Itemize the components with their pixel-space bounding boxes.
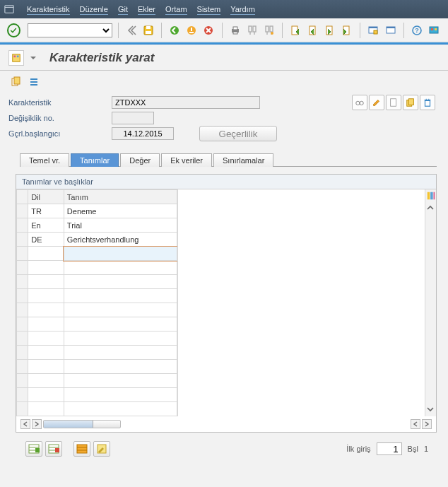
tab-deger[interactable]: Değer [120,153,160,167]
next-page-icon[interactable] [323,23,337,38]
col-desc[interactable]: Tanım [64,190,177,204]
hscroll-left2-icon[interactable] [411,419,420,429]
valid-input[interactable] [112,127,174,140]
table-row[interactable] [17,360,177,374]
cell-lang[interactable]: DE [28,233,64,247]
cell-desc[interactable]: Deneme [64,204,177,218]
table-row[interactable]: TRDeneme [17,204,177,218]
cell-desc[interactable] [64,303,177,317]
back-icon[interactable] [167,23,182,38]
row-selector[interactable] [17,218,28,233]
row-selector-header[interactable] [17,190,28,204]
layout-icon[interactable] [383,23,397,38]
hscroll-thumb[interactable] [44,421,93,428]
hscroll-right2-icon[interactable] [422,419,432,429]
row-selector[interactable] [17,331,28,346]
menu-yardim[interactable]: Yardım [230,5,255,13]
table-row[interactable] [17,402,177,416]
table-row[interactable] [17,275,177,289]
validity-button[interactable]: Geçerlilik [199,126,277,141]
row-selector[interactable] [17,247,28,261]
row-selector[interactable] [17,388,28,402]
cell-desc[interactable] [64,317,177,331]
row-selector[interactable] [17,374,28,388]
menu-ortam[interactable]: Ortam [165,5,187,13]
configure-columns-icon[interactable] [426,191,436,201]
cell-desc[interactable] [64,275,177,289]
cell-lang[interactable] [28,275,64,289]
find-next-icon[interactable] [262,23,276,38]
table-row[interactable]: DEGerichtsverhandlung [17,233,177,247]
cell-desc[interactable] [64,261,177,275]
row-selector[interactable] [17,317,28,331]
cell-lang[interactable] [28,289,64,303]
menu-git[interactable]: Git [118,5,128,13]
table-row[interactable] [17,289,177,303]
table-row[interactable] [17,388,177,402]
cell-desc[interactable] [64,289,177,303]
row-selector[interactable] [17,289,28,303]
duplicate-icon[interactable] [403,95,418,110]
cell-lang[interactable] [28,331,64,346]
descriptions-table[interactable]: Dil Tanım TRDenemeEnTrialDEGerichtsverha… [16,189,177,416]
row-selector[interactable] [17,303,28,317]
first-entry-input[interactable] [377,442,402,455]
row-selector[interactable] [17,346,28,360]
hscroll-right-icon[interactable] [32,419,42,429]
row-selector[interactable] [17,360,28,374]
change-input[interactable] [112,112,154,124]
cell-lang[interactable] [28,388,64,402]
table-row[interactable] [17,317,177,331]
new-session-icon[interactable] [366,23,380,38]
table-row[interactable] [17,331,177,346]
exit-icon[interactable] [184,23,199,38]
cell-desc-editing[interactable] [64,247,177,261]
cell-desc[interactable] [64,360,177,374]
tab-temel[interactable]: Temel vr. [20,153,69,167]
back-chevron-icon[interactable] [124,23,138,38]
menu-duzenle[interactable]: Düzenle [80,5,108,13]
object-icon[interactable] [8,50,24,66]
hscroll-left-icon[interactable] [20,419,30,429]
cell-lang[interactable]: En [28,218,64,233]
table-row[interactable] [17,247,177,261]
cell-lang[interactable] [28,402,64,416]
create-icon[interactable] [386,95,401,110]
prev-page-icon[interactable] [305,23,319,38]
cell-desc[interactable]: Trial [64,218,177,233]
cell-lang[interactable] [28,360,64,374]
cell-desc[interactable] [64,374,177,388]
copy-icon[interactable] [8,75,23,89]
cell-desc[interactable] [64,346,177,360]
select-all-icon[interactable] [73,441,90,457]
tab-sinirlamalar[interactable]: Sınırlamalar [213,153,273,167]
scroll-down-icon[interactable] [426,405,436,415]
delete-row-icon[interactable] [45,441,62,457]
list-icon[interactable] [27,75,41,89]
row-selector[interactable] [17,261,28,275]
cell-lang[interactable] [28,374,64,388]
insert-row-icon[interactable] [25,441,42,457]
edit-icon[interactable] [369,95,384,110]
glasses-icon[interactable] [352,95,367,110]
cancel-icon[interactable] [201,23,216,38]
cell-desc[interactable] [64,388,177,402]
table-row[interactable] [17,346,177,360]
find-icon[interactable] [245,23,259,38]
table-row[interactable]: EnTrial [17,218,177,233]
cell-desc[interactable] [64,331,177,346]
hscroll-track[interactable] [43,420,121,428]
row-selector[interactable] [17,275,28,289]
tab-ekveriler[interactable]: Ek veriler [161,153,212,167]
tab-tanimlar[interactable]: Tanımlar [71,153,119,167]
char-input[interactable] [112,96,260,109]
help-icon[interactable]: ? [410,23,424,38]
cell-desc[interactable] [64,402,177,416]
cell-lang[interactable] [28,247,64,261]
table-row[interactable] [17,374,177,388]
delete-icon[interactable] [420,95,435,110]
customize-icon[interactable] [427,23,441,38]
long-text-icon[interactable] [93,441,110,457]
cell-lang[interactable] [28,261,64,275]
cell-lang[interactable] [28,346,64,360]
